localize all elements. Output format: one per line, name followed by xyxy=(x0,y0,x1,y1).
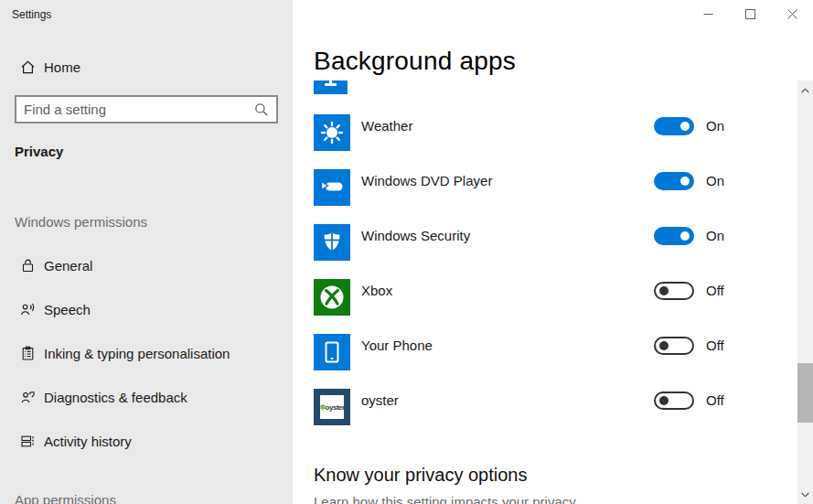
window-controls xyxy=(687,0,813,28)
search-box xyxy=(15,95,278,123)
sidebar-item-speech[interactable]: Speech xyxy=(0,293,293,326)
app-row-weather: Weather On xyxy=(314,107,776,162)
sidebar-item-inking-typing-personalisation[interactable]: Inking & typing personalisation xyxy=(0,337,293,370)
scrollbar-thumb[interactable] xyxy=(797,363,813,423)
toggle-state-label: On xyxy=(706,173,724,188)
app-name: Xbox xyxy=(361,283,392,298)
page-title: Background apps xyxy=(314,47,516,76)
privacy-learn-more-link[interactable]: Learn how this setting impacts your priv… xyxy=(314,494,576,504)
oyster-logo-icon: ✱oyster xyxy=(314,389,350,425)
dvd-player-icon xyxy=(314,169,350,206)
group-label-app-permissions: App permissions xyxy=(15,492,116,504)
toggle-oyster[interactable] xyxy=(654,391,694,410)
search-icon[interactable] xyxy=(254,102,269,117)
search-input[interactable] xyxy=(16,102,254,117)
settings-window: Settings Home Privacy Windows permission… xyxy=(0,0,813,504)
xbox-icon xyxy=(314,279,350,316)
lock-icon xyxy=(20,258,36,273)
home-icon xyxy=(20,59,36,75)
app-name: Windows DVD Player xyxy=(361,173,492,188)
speech-icon xyxy=(20,302,36,317)
toggle-xbox[interactable] xyxy=(654,282,694,300)
toggle-your-phone[interactable] xyxy=(654,337,694,355)
app-name: Windows Security xyxy=(361,228,470,243)
diagnostics-icon xyxy=(20,390,36,405)
toggle-state-label: On xyxy=(706,118,724,134)
sidebar-heading-privacy: Privacy xyxy=(15,144,63,159)
inking-icon xyxy=(20,346,36,361)
sidebar-nav-list: General Speech Inking & typing personali… xyxy=(0,249,293,468)
activity-history-icon xyxy=(20,434,36,449)
app-row-xbox: Xbox Off xyxy=(314,272,776,327)
sidebar-item-general[interactable]: General xyxy=(0,249,293,282)
sidebar: Settings Home Privacy Windows permission… xyxy=(0,0,293,504)
scrollbar-up-icon[interactable] xyxy=(797,82,813,98)
scrollbar[interactable] xyxy=(797,80,813,504)
toggle-weather[interactable] xyxy=(654,117,694,135)
toggle-windows-security[interactable] xyxy=(654,227,694,245)
toggle-state-label: On xyxy=(706,228,724,243)
privacy-options-heading: Know your privacy options xyxy=(314,465,527,486)
app-name: Your Phone xyxy=(361,338,433,353)
weather-icon xyxy=(314,114,350,151)
window-title: Settings xyxy=(12,8,51,21)
app-row-windows-dvd-player: Windows DVD Player On xyxy=(314,162,776,217)
partially-scrolled-app-tile xyxy=(314,80,348,94)
toggle-windows-dvd-player[interactable] xyxy=(654,172,694,190)
close-button[interactable] xyxy=(771,0,813,28)
sidebar-item-label: Home xyxy=(44,59,80,75)
app-row-windows-security: Windows Security On xyxy=(314,217,776,272)
app-row-oyster: ✱oyster oyster Off xyxy=(314,381,776,436)
security-shield-icon xyxy=(314,224,350,261)
background-apps-list: Weather On Windows DVD Player On Windows… xyxy=(314,107,776,436)
sidebar-item-activity-history[interactable]: Activity history xyxy=(0,424,293,457)
sidebar-item-diagnostics-feedback[interactable]: Diagnostics & feedback xyxy=(0,381,293,413)
your-phone-icon xyxy=(314,334,350,370)
minimize-button[interactable] xyxy=(687,0,729,28)
app-name: oyster xyxy=(361,392,399,408)
app-row-your-phone: Your Phone Off xyxy=(314,327,776,381)
app-name: Weather xyxy=(361,118,412,134)
group-label-windows-permissions: Windows permissions xyxy=(15,214,147,230)
sidebar-item-home[interactable]: Home xyxy=(0,50,293,83)
toggle-state-label: Off xyxy=(706,338,724,353)
toggle-state-label: Off xyxy=(706,283,724,298)
toggle-state-label: Off xyxy=(706,392,724,408)
scrollbar-down-icon[interactable] xyxy=(797,487,813,502)
maximize-button[interactable] xyxy=(729,0,771,28)
